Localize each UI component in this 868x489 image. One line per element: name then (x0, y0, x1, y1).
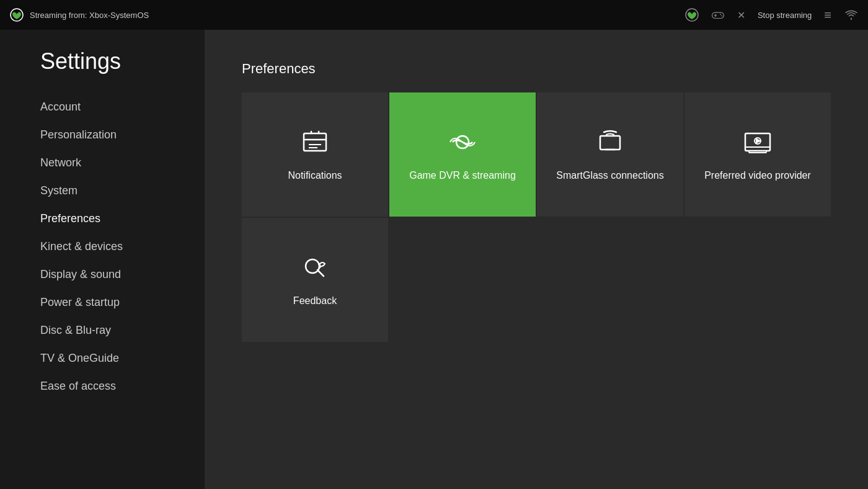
tile-notifications[interactable]: Notifications (242, 92, 388, 217)
tile-empty-3 (684, 218, 831, 342)
notification-icon (300, 127, 330, 157)
tiles-row1: Notifications Game DVR & streaming (242, 92, 831, 217)
video-provider-icon (743, 127, 773, 157)
tile-feedback[interactable]: Feedback (242, 218, 388, 342)
sidebar-item-network[interactable]: Network (0, 149, 205, 177)
tile-smartglass-connections[interactable]: SmartGlass connections (537, 92, 683, 217)
tile-empty-1 (389, 218, 536, 342)
svg-point-6 (721, 16, 722, 17)
svg-point-19 (306, 259, 319, 273)
tile-game-dvr-streaming-label: Game DVR & streaming (409, 169, 516, 182)
sidebar-item-power-startup[interactable]: Power & startup (0, 289, 205, 316)
top-bar: Streaming from: Xbox-SystemOS ✕ Stop str… (0, 0, 868, 30)
content-area: Preferences Notifications (205, 30, 868, 489)
svg-rect-12 (600, 136, 620, 150)
sidebar-item-disc-bluray[interactable]: Disc & Blu-ray (0, 316, 205, 344)
sidebar: Settings Account Personalization Network… (0, 30, 205, 489)
tile-preferred-video-provider[interactable]: Preferred video provider (684, 92, 831, 217)
main-layout: Settings Account Personalization Network… (0, 30, 868, 489)
svg-marker-18 (756, 139, 760, 143)
tile-empty-2 (537, 218, 683, 342)
stop-streaming-label: Stop streaming (758, 11, 812, 20)
smartglass-icon (595, 127, 625, 157)
tile-feedback-label: Feedback (293, 295, 337, 308)
streaming-icon (448, 127, 477, 157)
streaming-text: Streaming from: Xbox-SystemOS (30, 11, 149, 20)
top-bar-left: Streaming from: Xbox-SystemOS (10, 8, 149, 22)
tile-preferred-video-provider-label: Preferred video provider (704, 169, 811, 182)
feedback-icon (300, 253, 330, 282)
menu-icon[interactable]: ≡ (824, 8, 832, 22)
section-title: Preferences (242, 61, 831, 77)
controller-icon[interactable] (711, 9, 725, 20)
tiles-row2: Feedback (242, 218, 831, 342)
settings-title: Settings (0, 48, 205, 93)
sidebar-item-display-sound[interactable]: Display & sound (0, 261, 205, 289)
sidebar-item-ease-of-access[interactable]: Ease of access (0, 372, 205, 400)
close-icon[interactable]: ✕ (737, 9, 745, 21)
svg-rect-15 (749, 151, 766, 153)
tile-smartglass-connections-label: SmartGlass connections (556, 169, 663, 182)
svg-point-5 (720, 14, 721, 15)
sidebar-item-personalization[interactable]: Personalization (0, 121, 205, 149)
sidebar-item-preferences[interactable]: Preferences (0, 205, 205, 233)
xbox-logo-icon (10, 8, 24, 22)
stop-streaming-button[interactable]: Stop streaming (758, 11, 812, 20)
tile-notifications-label: Notifications (288, 169, 342, 182)
sidebar-item-account[interactable]: Account (0, 93, 205, 121)
sidebar-item-tv-oneguide[interactable]: TV & OneGuide (0, 344, 205, 372)
xbox-home-icon[interactable] (685, 8, 699, 22)
wireless-icon[interactable] (844, 9, 858, 20)
tile-game-dvr-streaming[interactable]: Game DVR & streaming (389, 92, 536, 217)
sidebar-item-system[interactable]: System (0, 177, 205, 205)
top-bar-right: ✕ Stop streaming ≡ (685, 8, 858, 22)
sidebar-item-kinect-devices[interactable]: Kinect & devices (0, 233, 205, 261)
